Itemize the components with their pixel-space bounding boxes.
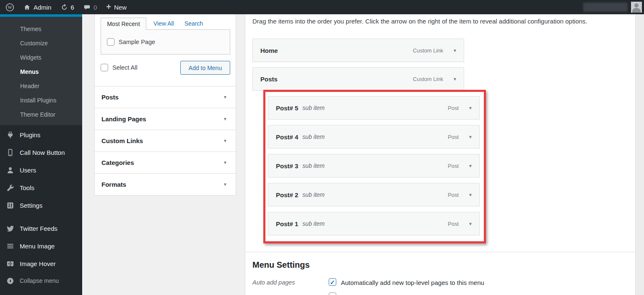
menu-lines-icon xyxy=(5,242,15,250)
collapse-menu-button[interactable]: Collapse menu xyxy=(0,272,82,290)
new-content-menu[interactable]: + New xyxy=(101,0,131,14)
accordion-formats[interactable]: Formats ▼ xyxy=(95,173,236,195)
sidebar-item-users[interactable]: Users xyxy=(0,161,82,179)
chevron-down-icon[interactable]: ▼ xyxy=(468,193,473,197)
image-compare-icon xyxy=(5,260,15,268)
chevron-down-icon[interactable]: ▼ xyxy=(468,106,473,110)
tab-search[interactable]: Search xyxy=(184,20,203,27)
admin-sidebar: Themes Customize Widgets Menus Header In… xyxy=(0,14,82,295)
chevron-down-icon: ▼ xyxy=(223,95,227,99)
menu-item-title: Home xyxy=(260,47,278,54)
sidebar-item-label: Settings xyxy=(20,202,42,209)
menu-item-post-5[interactable]: Post# 5 sub item Post ▼ xyxy=(268,96,480,120)
menu-item-home[interactable]: Home Custom Link ▼ xyxy=(252,39,464,62)
user-icon xyxy=(5,166,15,174)
sidebar-item-theme-editor[interactable]: Theme Editor xyxy=(0,107,82,122)
next-setting-checkbox-partial[interactable] xyxy=(329,292,336,295)
chevron-down-icon: ▼ xyxy=(223,160,227,165)
sidebar-item-twitter-feeds[interactable]: Twitter Feeds xyxy=(0,219,82,237)
checkmark-icon: ✓ xyxy=(330,279,335,285)
accordion-label: Custom Links xyxy=(101,137,143,144)
updates-menu[interactable]: 6 xyxy=(56,0,79,14)
menu-item-title: Post# 3 xyxy=(276,162,298,170)
add-to-menu-button[interactable]: Add to Menu xyxy=(180,61,230,75)
sidebar-item-plugins[interactable]: Plugins xyxy=(0,126,82,144)
collapse-menu-label: Collapse menu xyxy=(20,277,59,284)
menu-structure-editor: Drag the items into the order you prefer… xyxy=(245,14,636,295)
accordion-label: Landing Pages xyxy=(101,115,146,123)
menu-item-type: Post xyxy=(448,105,459,111)
collapse-arrow-icon xyxy=(5,277,15,285)
sidebar-main-menu: Plugins Call Now Button xyxy=(0,126,82,214)
sidebar-item-themes[interactable]: Themes xyxy=(0,22,82,36)
menu-item-post-3[interactable]: Post# 3 sub item Post ▼ xyxy=(268,154,480,178)
sidebar-item-label: Plugins xyxy=(20,131,40,138)
chevron-down-icon[interactable]: ▼ xyxy=(453,48,457,53)
avatar xyxy=(631,2,642,13)
admin-bar: W Admin 6 xyxy=(0,0,644,14)
sidebar-item-label: Image Hover xyxy=(20,260,56,267)
menu-settings-heading: Menu Settings xyxy=(252,260,310,270)
updates-count: 6 xyxy=(71,4,74,11)
site-name-label: Admin xyxy=(34,4,52,11)
sidebar-item-tools[interactable]: Tools xyxy=(0,179,82,196)
chevron-down-icon[interactable]: ▼ xyxy=(468,164,473,168)
sidebar-item-settings[interactable]: Settings xyxy=(0,196,82,214)
menu-item-post-4[interactable]: Post# 4 sub item Post ▼ xyxy=(268,125,480,149)
comments-menu[interactable]: 0 xyxy=(79,0,101,14)
select-all-label[interactable]: Select All xyxy=(112,64,138,71)
tab-most-recent[interactable]: Most Recent xyxy=(101,18,146,30)
accordion-categories[interactable]: Categories ▼ xyxy=(95,151,236,173)
sub-item-note: sub item xyxy=(302,104,325,111)
sub-item-note: sub item xyxy=(302,191,325,198)
menu-item-posts[interactable]: Posts Custom Link ▼ xyxy=(252,67,464,91)
sub-item-note: sub item xyxy=(302,133,325,140)
auto-add-pages-checkbox[interactable]: ✓ xyxy=(329,278,336,286)
sidebar-item-menus[interactable]: Menus xyxy=(0,65,82,79)
wordpress-logo-menu[interactable]: W xyxy=(0,0,19,14)
sidebar-item-menu-image[interactable]: Menu Image xyxy=(0,237,82,255)
accordion-label: Formats xyxy=(101,181,126,188)
accordion-posts[interactable]: Posts ▼ xyxy=(95,86,236,108)
menu-item-type: Post xyxy=(448,134,459,140)
tab-view-all[interactable]: View All xyxy=(153,20,174,27)
sidebar-item-call-now-button[interactable]: Call Now Button xyxy=(0,144,82,161)
account-menu[interactable] xyxy=(583,2,644,13)
chevron-down-icon[interactable]: ▼ xyxy=(468,222,473,226)
sidebar-item-label: Tools xyxy=(20,184,34,191)
comments-icon xyxy=(83,4,91,11)
scrollbar-track[interactable] xyxy=(636,14,644,295)
plus-icon: + xyxy=(106,3,111,11)
sidebar-item-header[interactable]: Header xyxy=(0,79,82,93)
wrench-icon xyxy=(5,184,15,192)
chevron-down-icon[interactable]: ▼ xyxy=(453,77,457,81)
select-all-checkbox[interactable] xyxy=(101,64,108,71)
chevron-down-icon[interactable]: ▼ xyxy=(468,135,473,139)
site-name-menu[interactable]: Admin xyxy=(19,0,56,14)
sample-page-checkbox[interactable] xyxy=(107,38,114,46)
sidebar-item-image-hover[interactable]: Image Hover xyxy=(0,255,82,272)
menu-item-post-1[interactable]: Post# 1 sub item Post ▼ xyxy=(268,212,480,235)
menu-item-title: Post# 2 xyxy=(276,191,298,198)
menu-item-post-2[interactable]: Post# 2 sub item Post ▼ xyxy=(268,183,480,206)
auto-add-pages-text[interactable]: Automatically add new top-level pages to… xyxy=(341,279,484,286)
sidebar-item-customize[interactable]: Customize xyxy=(0,36,82,50)
new-label: New xyxy=(114,4,127,11)
menu-item-type: Post xyxy=(448,163,459,169)
accordion-sections: Posts ▼ Landing Pages ▼ Custom Links ▼ C… xyxy=(95,86,236,195)
chevron-down-icon: ▼ xyxy=(223,138,227,143)
svg-text:W: W xyxy=(8,5,12,10)
sidebar-item-label: Users xyxy=(20,167,36,174)
menu-item-title: Posts xyxy=(260,76,278,83)
sidebar-item-widgets[interactable]: Widgets xyxy=(0,50,82,65)
accordion-custom-links[interactable]: Custom Links ▼ xyxy=(95,130,236,151)
sample-page-label[interactable]: Sample Page xyxy=(119,39,155,45)
sub-item-note: sub item xyxy=(302,162,325,169)
sidebar-plugin-menu: Twitter Feeds Menu Image xyxy=(0,219,82,272)
sidebar-item-install-plugins[interactable]: Install Plugins xyxy=(0,93,82,107)
menu-item-type: Post xyxy=(448,221,459,227)
sub-item-note: sub item xyxy=(302,220,325,227)
menu-item-title: Post# 5 xyxy=(276,104,298,112)
accordion-landing-pages[interactable]: Landing Pages ▼ xyxy=(95,108,236,130)
auto-add-pages-label: Auto add pages xyxy=(252,279,295,286)
